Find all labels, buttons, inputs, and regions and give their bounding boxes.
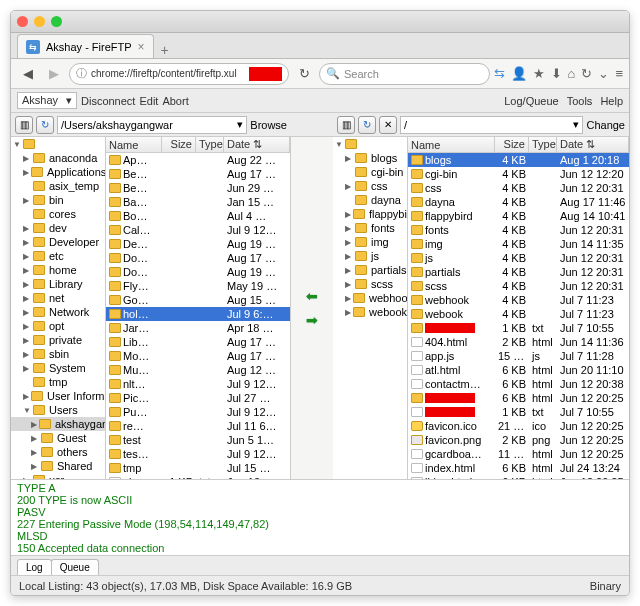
tree-row[interactable]: ▶anaconda <box>11 151 105 165</box>
list-row[interactable]: hol…Jul 9 6:… <box>106 307 290 321</box>
list-row[interactable]: Fly…May 19 … <box>106 279 290 293</box>
tree-row[interactable]: ▶js <box>333 249 407 263</box>
upload-arrow-icon[interactable]: ⬅ <box>300 288 324 304</box>
remote-refresh-icon[interactable]: ↻ <box>358 116 376 134</box>
log-area[interactable]: TYPE A200 TYPE is now ASCII PASV227 Ente… <box>11 479 629 555</box>
list-row[interactable]: index.html6 KBhtmlJul 24 13:24 <box>408 461 629 475</box>
tree-row[interactable]: ▶Developer <box>11 235 105 249</box>
maximize-window-button[interactable] <box>51 16 62 27</box>
menu-icon[interactable]: ≡ <box>615 66 623 81</box>
download-icon[interactable]: ⬇ <box>551 66 562 81</box>
info-icon[interactable]: ⓘ <box>76 66 87 81</box>
list-row[interactable]: Do…Aug 17 … <box>106 251 290 265</box>
list-row[interactable]: Ap…Aug 22 … <box>106 153 290 167</box>
list-row[interactable]: Be…Aug 17 … <box>106 167 290 181</box>
tree-row[interactable]: ▶bin <box>11 193 105 207</box>
local-tree-toggle[interactable]: ▥ <box>15 116 33 134</box>
browser-tab[interactable]: ⇆ Akshay - FireFTP × <box>17 34 154 58</box>
col-size[interactable]: Size <box>162 137 196 152</box>
col-name[interactable]: Name <box>408 137 495 152</box>
tree-row[interactable]: ▶etc <box>11 249 105 263</box>
tree-row[interactable]: cgi-bin <box>333 165 407 179</box>
list-row[interactable]: Do…Aug 19 … <box>106 265 290 279</box>
list-row[interactable]: scss4 KBJun 12 20:31 <box>408 279 629 293</box>
list-row[interactable]: fonts4 KBJun 12 20:31 <box>408 223 629 237</box>
list-row[interactable]: nlt…Jul 9 12… <box>106 377 290 391</box>
list-row[interactable]: Go…Aug 15 … <box>106 293 290 307</box>
list-row[interactable]: webhook4 KBJul 7 11:23 <box>408 293 629 307</box>
tree-row[interactable]: ▶scss <box>333 277 407 291</box>
list-row[interactable]: atl.html6 KBhtmlJun 20 11:10 <box>408 363 629 377</box>
url-bar[interactable]: ⓘ <box>69 63 289 85</box>
list-row[interactable]: flappybird4 KBAug 14 10:41 <box>408 209 629 223</box>
local-list-header[interactable]: Name Size Type Date ⇅ <box>106 137 290 153</box>
tree-row[interactable]: dayna <box>333 193 407 207</box>
back-button[interactable]: ◀ <box>17 63 39 85</box>
col-type[interactable]: Type <box>529 137 557 152</box>
bookmark-icon[interactable]: ★ <box>533 66 545 81</box>
list-row[interactable]: Mo…Aug 17 … <box>106 349 290 363</box>
close-window-button[interactable] <box>17 16 28 27</box>
tree-row[interactable]: ▶home <box>11 263 105 277</box>
change-button[interactable]: Change <box>586 119 625 131</box>
edit-button[interactable]: Edit <box>139 95 158 107</box>
local-tree[interactable]: ▼▶anaconda▶Applicationsasix_temp▶bincore… <box>11 137 106 479</box>
remote-tree-toggle[interactable]: ▥ <box>337 116 355 134</box>
local-list-body[interactable]: Ap…Aug 22 …Be…Aug 17 …Be…Jun 29 …Ba…Jan … <box>106 153 290 479</box>
list-row[interactable]: webook4 KBJul 7 11:23 <box>408 307 629 321</box>
tree-row[interactable]: tmp <box>11 375 105 389</box>
tree-row[interactable]: ▶fonts <box>333 221 407 235</box>
log-tab[interactable]: Log <box>17 559 52 575</box>
url-input[interactable] <box>91 68 245 79</box>
forward-button[interactable]: ▶ <box>43 63 65 85</box>
list-row[interactable]: contactm…6 KBhtmlJun 12 20:38 <box>408 377 629 391</box>
tree-row[interactable]: ▶webhook <box>333 291 407 305</box>
list-row[interactable]: Ba…Jan 15 … <box>106 195 290 209</box>
tree-row[interactable]: ▶net <box>11 291 105 305</box>
tree-row[interactable]: ▶sbin <box>11 347 105 361</box>
tree-row[interactable]: ▶opt <box>11 319 105 333</box>
tree-row[interactable]: ▶akshaygangwar <box>11 417 105 431</box>
tree-row[interactable]: ▶webook <box>333 305 407 319</box>
list-row[interactable]: tmpJul 15 … <box>106 461 290 475</box>
tree-row[interactable]: ▶Shared <box>11 459 105 473</box>
local-path-input[interactable]: /Users/akshaygangwar ▾ <box>57 116 247 134</box>
col-date[interactable]: Date ⇅ <box>224 137 290 152</box>
queue-tab[interactable]: Queue <box>51 559 99 575</box>
new-tab-button[interactable]: + <box>154 42 176 58</box>
col-name[interactable]: Name <box>106 137 162 152</box>
list-row[interactable]: Bo…Aul 4 … <box>106 209 290 223</box>
list-row[interactable]: Pic…Jul 27 … <box>106 391 290 405</box>
list-row[interactable]: Cal…Jul 9 12… <box>106 223 290 237</box>
list-row[interactable]: cgi-bin4 KBJun 12 12:20 <box>408 167 629 181</box>
tree-row[interactable]: asix_temp <box>11 179 105 193</box>
list-row[interactable]: blogs4 KBAug 1 20:18 <box>408 153 629 167</box>
list-row[interactable]: Mu…Aug 12 … <box>106 363 290 377</box>
list-row[interactable]: De…Aug 19 … <box>106 237 290 251</box>
tree-row[interactable]: ▶blogs <box>333 151 407 165</box>
list-row[interactable]: Lib…Aug 17 … <box>106 335 290 349</box>
search-bar[interactable]: 🔍 Search <box>319 63 490 85</box>
minimize-window-button[interactable] <box>34 16 45 27</box>
remote-tree[interactable]: ▼▶blogscgi-bin▶cssdayna▶flappybird▶fonts… <box>333 137 408 479</box>
download-arrow-icon[interactable]: ➡ <box>300 312 324 328</box>
local-refresh-icon[interactable]: ↻ <box>36 116 54 134</box>
list-row[interactable]: app.js15 KBjsJul 7 11:28 <box>408 349 629 363</box>
col-size[interactable]: Size <box>495 137 529 152</box>
home-icon[interactable]: ⌂ <box>568 66 576 81</box>
list-row[interactable]: Pu…Jul 9 12… <box>106 405 290 419</box>
account-dropdown[interactable]: Akshay▾ <box>17 92 77 109</box>
disconnect-button[interactable]: Disconnect <box>81 95 135 107</box>
col-type[interactable]: Type <box>196 137 224 152</box>
tree-row[interactable]: ▶User Information <box>11 389 105 403</box>
tree-row[interactable]: ▶dev <box>11 221 105 235</box>
list-row[interactable]: Jar…Apr 18 … <box>106 321 290 335</box>
abort-button[interactable]: Abort <box>162 95 188 107</box>
tree-row[interactable]: cores <box>11 207 105 221</box>
tree-row[interactable]: ▼Users <box>11 403 105 417</box>
tree-row[interactable]: ▶flappybird <box>333 207 407 221</box>
list-row[interactable]: gcardboa…11 KBhtmlJun 12 20:25 <box>408 447 629 461</box>
list-row[interactable]: re…Jul 11 6… <box>106 419 290 433</box>
list-row[interactable]: favicon.png2 KBpngJun 12 20:25 <box>408 433 629 447</box>
list-row[interactable]: dayna4 KBAug 17 11:46 <box>408 195 629 209</box>
